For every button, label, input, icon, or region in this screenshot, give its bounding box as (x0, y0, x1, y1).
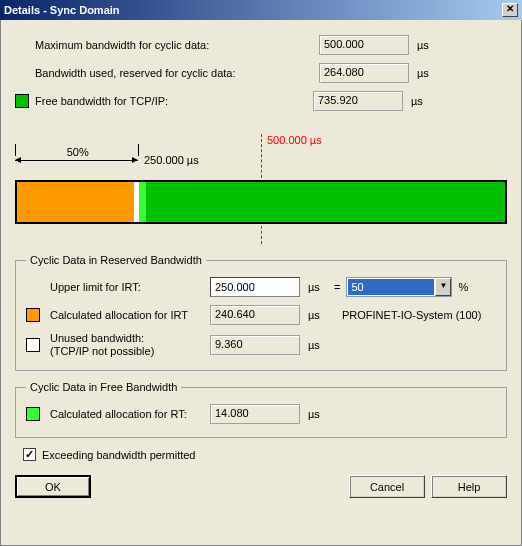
bandwidth-chart: 500.000 µs 50% 250.000 µs (15, 134, 507, 244)
chevron-down-icon[interactable]: ▼ (435, 278, 451, 296)
select-percent[interactable]: 50 ▼ (346, 277, 452, 297)
row-unused: Unused bandwidth: (TCP/IP not possible) … (26, 332, 496, 358)
value-unused: 9.360 (210, 335, 300, 355)
label-used-bandwidth: Bandwidth used, reserved for cyclic data… (35, 67, 285, 79)
label-exceed: Exceeding bandwidth permitted (42, 449, 195, 461)
scale-us-label: 250.000 µs (144, 154, 199, 166)
scale-pct-label: 50% (67, 146, 89, 158)
close-icon[interactable]: ✕ (502, 3, 518, 17)
bandwidth-bar (15, 180, 507, 224)
row-calc-irt: Calculated allocation for IRT 240.640 µs… (26, 304, 496, 326)
spacer (26, 280, 40, 294)
label-free-bandwidth: Free bandwidth for TCP/IP: (35, 95, 279, 107)
label-unused: Unused bandwidth: (TCP/IP not possible) (50, 332, 210, 358)
group-free-bandwidth: Cyclic Data in Free Bandwidth Calculated… (15, 381, 507, 438)
swatch-unused (26, 338, 40, 352)
unit: µs (403, 95, 431, 107)
seg-free-tcpip (146, 182, 505, 222)
dialog-body: Maximum bandwidth for cyclic data: 500.0… (0, 20, 522, 546)
label-max-bandwidth: Maximum bandwidth for cyclic data: (35, 39, 285, 51)
label-calc-irt: Calculated allocation for IRT (50, 309, 210, 321)
row-free-bandwidth: Free bandwidth for TCP/IP: 735.920 µs (15, 90, 507, 112)
title-bar: Details - Sync Domain ✕ (0, 0, 522, 20)
seg-calculated-irt (17, 182, 134, 222)
value-calc-irt: 240.640 (210, 305, 300, 325)
scale-row: 50% 250.000 µs (15, 150, 507, 178)
unit: µs (300, 309, 328, 321)
swatch-free-tcpip (15, 94, 29, 108)
label-unused-line1: Unused bandwidth: (50, 332, 144, 344)
row-upper-limit: Upper limit for IRT: µs = 50 ▼ % (26, 276, 496, 298)
equals-sign: = (328, 281, 346, 293)
input-upper-limit[interactable] (210, 277, 300, 297)
help-button[interactable]: Help (431, 475, 507, 498)
marker-label: 500.000 µs (267, 134, 322, 146)
value-calc-rt: 14.080 (210, 404, 300, 424)
value-free-bandwidth: 735.920 (313, 91, 403, 111)
cancel-button[interactable]: Cancel (349, 475, 425, 498)
group-reserved-bandwidth: Cyclic Data in Reserved Bandwidth Upper … (15, 254, 507, 371)
system-name: PROFINET-IO-System (100) (328, 309, 481, 321)
unit: µs (300, 281, 328, 293)
label-unused-line2: (TCP/IP not possible) (50, 345, 154, 357)
spacer (15, 38, 29, 52)
unit: µs (409, 39, 437, 51)
swatch-calc-irt (26, 308, 40, 322)
row-calc-rt: Calculated allocation for RT: 14.080 µs (26, 403, 496, 425)
label-upper-limit: Upper limit for IRT: (50, 281, 210, 293)
legend-free: Cyclic Data in Free Bandwidth (26, 381, 181, 393)
unit: µs (300, 408, 328, 420)
window-title: Details - Sync Domain (4, 4, 120, 16)
button-row: OK Cancel Help (15, 475, 507, 498)
unit: µs (409, 67, 437, 79)
row-used-bandwidth: Bandwidth used, reserved for cyclic data… (15, 62, 507, 84)
unit: µs (300, 339, 328, 351)
spacer (15, 66, 29, 80)
select-percent-value: 50 (348, 279, 434, 295)
percent-sign: % (452, 281, 468, 293)
ok-button[interactable]: OK (15, 475, 91, 498)
label-calc-rt: Calculated allocation for RT: (50, 408, 210, 420)
checkbox-exceed[interactable]: ✓ (23, 448, 36, 461)
value-used-bandwidth: 264.080 (319, 63, 409, 83)
value-max-bandwidth: 500.000 (319, 35, 409, 55)
row-max-bandwidth: Maximum bandwidth for cyclic data: 500.0… (15, 34, 507, 56)
swatch-calc-rt (26, 407, 40, 421)
seg-calculated-rt (139, 182, 146, 222)
legend-reserved: Cyclic Data in Reserved Bandwidth (26, 254, 206, 266)
row-exceed-checkbox: ✓ Exceeding bandwidth permitted (23, 448, 507, 461)
